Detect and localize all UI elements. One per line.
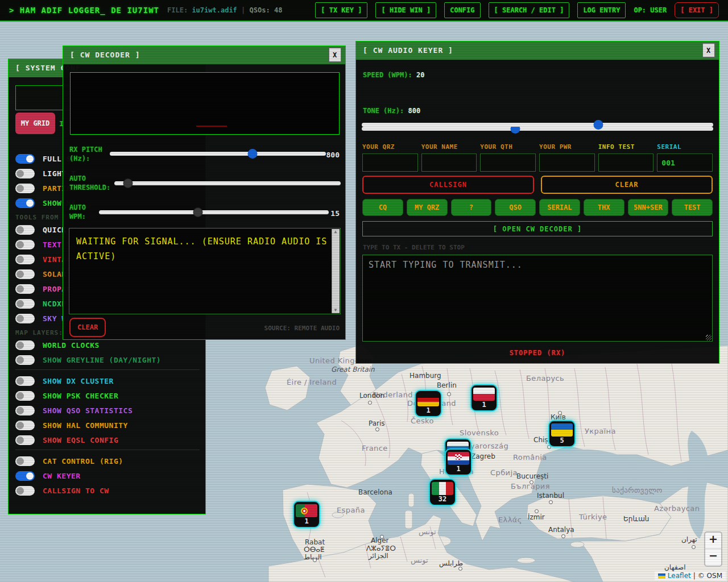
marker-count: 1 bbox=[417, 406, 439, 415]
toggle-switch[interactable] bbox=[15, 169, 35, 178]
tx-input[interactable] bbox=[362, 255, 713, 342]
leaflet-link[interactable]: Leaflet bbox=[668, 572, 691, 580]
app-title: > HAM ADIF LOGGER_ DE IU7IWT bbox=[9, 6, 159, 15]
toggle-switch[interactable] bbox=[15, 255, 35, 264]
toggle-label: WORLD CLOCKS bbox=[43, 341, 100, 350]
toggle-label: SHOW DX CLUSTER bbox=[43, 377, 114, 385]
map-marker-croatia[interactable]: 1 bbox=[445, 448, 472, 476]
toggle-knob bbox=[16, 226, 24, 234]
close-icon[interactable]: X bbox=[329, 48, 341, 62]
toggle-knob bbox=[16, 458, 24, 465]
hide-win-button[interactable]: [ HIDE WIN ] bbox=[375, 2, 436, 18]
toggle-knob bbox=[16, 170, 24, 177]
toggle-row: SHOW EQSL CONFIG bbox=[15, 435, 200, 445]
zoom-in-button[interactable]: + bbox=[705, 533, 721, 549]
macro-button[interactable]: QSO bbox=[495, 199, 536, 216]
cw-scope-display bbox=[70, 72, 340, 135]
macro-button[interactable]: CQ bbox=[362, 199, 403, 216]
map-marker-germany[interactable]: 1 bbox=[415, 390, 442, 417]
field-input[interactable] bbox=[480, 153, 536, 172]
toggle-switch[interactable] bbox=[15, 314, 35, 323]
tone-label: TONE (Hz): 800 bbox=[363, 107, 420, 115]
field-label: YOUR NAME bbox=[421, 143, 477, 151]
decoder-source-note: SOURCE: REMOTE AUDIO bbox=[264, 325, 340, 332]
toggle-knob bbox=[16, 241, 24, 248]
macro-button[interactable]: SERIAL bbox=[539, 199, 580, 216]
map-marker-poland[interactable]: 1 bbox=[470, 384, 498, 411]
toggle-switch[interactable] bbox=[15, 198, 35, 208]
toggle-switch[interactable] bbox=[15, 240, 35, 250]
toggle-switch[interactable] bbox=[15, 486, 35, 496]
macro-button[interactable]: THX bbox=[584, 199, 624, 216]
tone-slider[interactable] bbox=[362, 123, 713, 127]
toggle-switch[interactable] bbox=[15, 391, 35, 401]
macro-button[interactable]: ? bbox=[451, 199, 492, 216]
my-grid-button[interactable]: MY GRID bbox=[15, 113, 55, 134]
search-edit-button[interactable]: [ SEARCH / EDIT ] bbox=[489, 2, 570, 18]
macro-button[interactable]: MY QRZ bbox=[407, 199, 448, 216]
macro-button[interactable]: TEST bbox=[672, 199, 713, 216]
toggle-switch[interactable] bbox=[15, 299, 35, 309]
decoder-scrollbar[interactable]: ▲▼ bbox=[332, 229, 340, 313]
config-button[interactable]: CONFIG bbox=[444, 2, 480, 18]
rx-pitch-slider[interactable] bbox=[110, 152, 326, 156]
osm-link[interactable]: © OSM bbox=[698, 572, 722, 580]
map-marker-italy[interactable]: 32 bbox=[429, 479, 456, 506]
toggle-switch[interactable] bbox=[15, 355, 35, 365]
file-name: iu7iwt.adif bbox=[192, 6, 237, 14]
field-input[interactable] bbox=[657, 153, 713, 172]
cw-keyer-titlebar[interactable]: [ CW AUDIO KEYER ]X bbox=[356, 41, 719, 60]
zoom-out-button[interactable]: − bbox=[705, 549, 721, 566]
toggle-row: WORLD CLOCKS bbox=[15, 340, 200, 350]
log-entry-button[interactable]: LOG ENTRY bbox=[577, 2, 626, 18]
toggle-switch[interactable] bbox=[15, 421, 35, 430]
map-marker-ukraine[interactable]: 5 bbox=[548, 420, 576, 447]
toggle-switch[interactable] bbox=[15, 269, 35, 279]
toggle-knob bbox=[26, 155, 34, 163]
tone-slider-thumb[interactable] bbox=[593, 120, 603, 130]
toggle-switch[interactable] bbox=[15, 284, 35, 294]
map-marker-portugal[interactable]: 1 bbox=[293, 501, 320, 528]
toggle-switch[interactable] bbox=[15, 435, 35, 445]
callsign-button[interactable]: CALLSIGN bbox=[362, 176, 534, 194]
speed-slider[interactable] bbox=[362, 127, 713, 131]
toggle-switch[interactable] bbox=[15, 225, 35, 235]
field-input[interactable] bbox=[362, 153, 418, 172]
toggle-switch[interactable] bbox=[15, 184, 35, 193]
cw-decoder-titlebar[interactable]: [ CW DECODER ]X bbox=[63, 46, 345, 64]
toggle-switch[interactable] bbox=[15, 471, 35, 481]
poland-flag-icon bbox=[473, 388, 495, 401]
speed-value: 20 bbox=[416, 71, 424, 79]
decoder-clear-button[interactable]: CLEAR bbox=[69, 318, 106, 337]
cw-decoder-window: [ CW DECODER ]X RX PITCH(Hz): 800 AUTOTH… bbox=[63, 45, 346, 340]
toggle-switch[interactable] bbox=[15, 406, 35, 415]
file-info: FILE: iu7iwt.adif | QSOs: 48 bbox=[167, 6, 282, 14]
toggle-switch[interactable] bbox=[15, 456, 35, 466]
open-cw-decoder-button[interactable]: [ OPEN CW DECODER ] bbox=[362, 221, 713, 236]
auto-wpm-slider-thumb[interactable] bbox=[193, 207, 202, 217]
field-input[interactable] bbox=[421, 153, 477, 172]
toggle-row: CALLSIGN TO CW bbox=[15, 485, 200, 496]
toggle-switch[interactable] bbox=[15, 376, 35, 386]
close-icon[interactable]: X bbox=[702, 43, 715, 57]
field-input[interactable] bbox=[598, 153, 654, 172]
toggle-switch[interactable] bbox=[15, 340, 35, 350]
tx-key-button[interactable]: [ TX KEY ] bbox=[315, 2, 367, 18]
speed-label: SPEED (WPM): 20 bbox=[363, 71, 424, 79]
toggle-knob bbox=[16, 300, 24, 307]
decoder-output: WAITING FOR SIGNAL... (ENSURE RADIO AUDI… bbox=[69, 228, 341, 314]
keyer-clear-button[interactable]: CLEAR bbox=[541, 176, 713, 194]
file-separator: | bbox=[241, 6, 245, 14]
macro-buttons-row: CQMY QRZ?QSOSERIALTHX5NN+SERTEST bbox=[362, 199, 713, 216]
auto-wpm-slider[interactable] bbox=[99, 210, 329, 214]
auto-threshold-slider-thumb[interactable] bbox=[123, 178, 133, 188]
rx-pitch-slider-thumb[interactable] bbox=[247, 149, 257, 159]
auto-threshold-slider[interactable] bbox=[114, 181, 341, 185]
toggle-row: SHOW GREYLINE (DAY/NIGHT) bbox=[15, 355, 200, 365]
exit-button[interactable]: [ EXIT ] bbox=[675, 2, 719, 18]
macro-button[interactable]: 5NN+SER bbox=[628, 199, 669, 216]
keyer-big-buttons: CALLSIGN CLEAR bbox=[362, 176, 713, 194]
field-label: YOUR QRZ bbox=[362, 143, 418, 151]
field-input[interactable] bbox=[539, 153, 595, 172]
toggle-switch[interactable] bbox=[15, 154, 35, 164]
